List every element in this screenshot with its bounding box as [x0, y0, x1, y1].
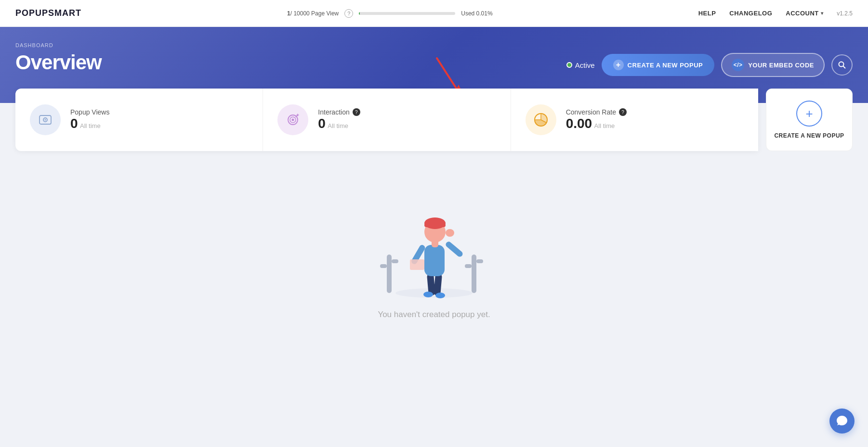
- interaction-question-icon: ?: [353, 108, 360, 116]
- used-label: Used 0.01%: [461, 10, 492, 17]
- svg-rect-21: [472, 255, 476, 293]
- active-label: Active: [575, 61, 595, 69]
- svg-rect-28: [424, 245, 445, 276]
- version-label: v1.2.5: [837, 10, 853, 17]
- top-navigation: POPUPSMART 1/ 10000 Page View ? Used 0.0…: [0, 0, 868, 27]
- page-view-text: 1/ 10000 Page View: [287, 10, 339, 17]
- nav-center: 1/ 10000 Page View ? Used 0.01%: [81, 9, 698, 18]
- search-button[interactable]: [831, 54, 853, 76]
- main-content: Popup Views 0 All time: [0, 89, 868, 348]
- stats-cards: Popup Views 0 All time: [15, 89, 758, 151]
- account-link[interactable]: ACCOUNT ▾: [786, 10, 823, 17]
- changelog-link[interactable]: CHANGELOG: [729, 10, 772, 17]
- svg-rect-23: [476, 259, 483, 263]
- svg-point-27: [435, 293, 445, 298]
- target-icon: [285, 112, 301, 128]
- conversion-label: Conversion Rate ?: [566, 108, 627, 116]
- svg-rect-33: [445, 241, 464, 258]
- code-icon: </>: [732, 59, 744, 71]
- interaction-stat: Interaction ? 0 All time: [263, 89, 511, 151]
- stats-row: Popup Views 0 All time: [15, 89, 853, 151]
- plus-circle-icon: +: [613, 60, 624, 70]
- svg-point-6: [45, 119, 46, 121]
- interaction-info: Interaction ? 0 All time: [318, 108, 360, 131]
- help-link[interactable]: HELP: [698, 10, 716, 17]
- embed-code-label: YOUR EMBED CODE: [748, 62, 814, 69]
- embed-code-button[interactable]: </> YOUR EMBED CODE: [721, 53, 825, 77]
- progress-bar: [359, 12, 455, 15]
- header-actions: Active + CREATE A NEW POPUP </> YOUR EMB…: [566, 53, 853, 77]
- conversion-icon-wrap: [526, 104, 556, 135]
- svg-rect-22: [465, 264, 472, 268]
- active-badge: Active: [566, 61, 595, 69]
- popup-views-info: Popup Views 0 All time: [70, 108, 109, 131]
- popup-views-stat: Popup Views 0 All time: [15, 89, 263, 151]
- account-chevron-icon: ▾: [821, 11, 824, 16]
- create-plus-icon: +: [796, 101, 822, 127]
- chat-bubble-button[interactable]: [829, 409, 855, 434]
- popup-views-icon-wrap: [30, 104, 61, 135]
- svg-point-34: [446, 229, 454, 237]
- svg-rect-19: [380, 264, 387, 268]
- logo: POPUPSMART: [15, 8, 81, 18]
- pie-chart-icon: [532, 111, 550, 128]
- page-view-help-icon[interactable]: ?: [344, 9, 353, 18]
- empty-state: You haven't created popup yet.: [15, 151, 853, 329]
- interaction-label: Interaction ?: [318, 108, 360, 116]
- interaction-icon-wrap: [277, 104, 308, 135]
- popup-views-label: Popup Views: [70, 108, 109, 116]
- create-popup-button[interactable]: + CREATE A NEW POPUP: [602, 54, 715, 76]
- svg-rect-36: [410, 259, 424, 270]
- svg-point-2: [839, 62, 844, 67]
- search-icon: [838, 61, 846, 69]
- progress-bar-fill: [359, 12, 360, 15]
- conversion-info: Conversion Rate ? 0.00 All time: [566, 108, 627, 131]
- conversion-question-icon: ?: [619, 108, 627, 116]
- popup-views-value: 0 All time: [70, 116, 109, 131]
- eye-icon: [38, 112, 53, 128]
- svg-rect-18: [387, 255, 392, 293]
- create-popup-label: CREATE A NEW POPUP: [628, 62, 703, 69]
- active-dot-icon: [566, 62, 572, 68]
- chat-icon: [836, 415, 848, 427]
- svg-rect-32: [424, 223, 446, 227]
- create-card-label: CREATE A NEW POPUP: [774, 132, 844, 139]
- conversion-rate-stat: Conversion Rate ? 0.00 All time: [511, 89, 758, 151]
- svg-point-9: [292, 119, 294, 121]
- empty-illustration: [357, 170, 511, 305]
- nav-right: HELP CHANGELOG ACCOUNT ▾ v1.2.5: [698, 10, 853, 17]
- breadcrumb: DASHBOARD: [15, 42, 853, 48]
- conversion-value: 0.00 All time: [566, 116, 627, 131]
- interaction-value: 0 All time: [318, 116, 360, 131]
- create-new-popup-card[interactable]: + CREATE A NEW POPUP: [766, 89, 853, 151]
- empty-state-text: You haven't created popup yet.: [378, 310, 490, 319]
- svg-rect-20: [392, 259, 398, 263]
- svg-point-26: [423, 292, 433, 297]
- svg-line-3: [843, 66, 846, 69]
